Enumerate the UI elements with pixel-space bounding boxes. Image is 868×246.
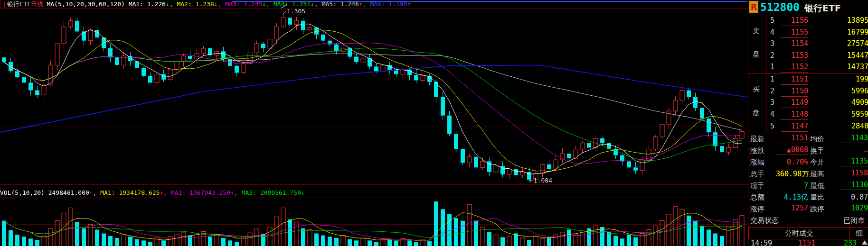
buy-1-price[interactable]: 1151: [781, 74, 808, 85]
limit-down-label: 跌停: [810, 203, 824, 215]
high-price-annotation: 1.305: [287, 8, 305, 15]
high-label: 最高: [810, 168, 824, 180]
stat-row-latest: 最新 1151 均价 1143: [748, 133, 868, 145]
volume-ratio-label: 量比: [810, 191, 824, 203]
sell-3-price[interactable]: 1154: [781, 39, 808, 49]
period-label[interactable]: 日线: [31, 0, 43, 8]
buy-1-level: 1: [770, 73, 774, 85]
buy-4-qty: 5959: [826, 109, 868, 120]
buy-row-1: 1 1151 199: [766, 73, 868, 85]
buy-4-price[interactable]: 1148: [781, 109, 808, 120]
quote-panel-title: R 512800 银行ETF: [748, 0, 868, 15]
last-trade-row: 14:59 1151 233: [748, 239, 868, 246]
current-volume-value: 7: [776, 180, 808, 191]
buy-2-qty: 5996: [826, 85, 868, 97]
buy-1-qty: 199: [826, 73, 868, 85]
vol-ma2-value: , MA2: 1967943.250: [163, 189, 230, 196]
chart-region: 银行ETF日线 MA(5,10,20,30,60,120) MA1: 1.226…: [0, 0, 748, 246]
buy-3-level: 3: [770, 97, 774, 108]
ma5-up-arrow-icon: ↑: [359, 0, 363, 8]
sell-side-label2: 盘: [753, 50, 762, 59]
vol-ma2-up-arrow-icon: ↑: [230, 189, 234, 196]
limit-up-value: 1257: [776, 203, 808, 213]
trade-price: 1151: [798, 239, 815, 246]
turnover-value: —: [839, 145, 868, 156]
sell-row-4: 4 1155 16799: [766, 27, 868, 38]
sell-4-level: 4: [770, 27, 774, 38]
stat-row-limits: 涨停 1257 跌停 1029: [748, 203, 868, 215]
detail-toggle-button[interactable]: 细: [849, 227, 868, 239]
stat-row-total-amount: 总额 4.13亿 量比 0.87: [748, 191, 868, 203]
buy-5-level: 5: [770, 120, 774, 132]
buy-row-2: 2 1150 5996: [766, 85, 868, 97]
instrument-name: 银行ETF: [7, 0, 31, 8]
sell-row-3: 3 1154 27574: [766, 38, 868, 49]
stat-row-total-volume: 总手 360.98万 最高 1158: [748, 168, 868, 180]
buy-3-qty: 4909: [826, 97, 868, 108]
stock-name[interactable]: 银行ETF: [804, 2, 841, 15]
limit-down-value: 1029: [839, 203, 868, 213]
ma2-value: , MA2: 1.238: [170, 0, 214, 8]
scroll-up-icon[interactable]: [862, 240, 868, 245]
buy-side-label2: 盘: [753, 109, 762, 118]
trade-time: 14:59: [751, 239, 772, 246]
ma6-up-arrow-icon: ↑: [407, 0, 411, 8]
tab-time-sales[interactable]: 分时成交: [748, 227, 850, 239]
low-label: 最低: [810, 180, 824, 191]
ma1-value: MA1: 1.226: [129, 0, 166, 8]
buy-row-4: 4 1148 5959: [766, 109, 868, 120]
stock-code[interactable]: 512800: [760, 1, 800, 13]
main-chart-canvas[interactable]: [0, 9, 748, 186]
buy-4-level: 4: [770, 109, 774, 120]
stat-row-change: 涨跌 ▲0008 换手 —: [748, 145, 868, 156]
trading-terminal: 银行ETF日线 MA(5,10,20,30,60,120) MA1: 1.226…: [0, 0, 868, 246]
buy-2-level: 2: [770, 85, 774, 97]
sell-row-1: 1 1152 14737: [766, 61, 868, 73]
trading-status-value: 已闭市: [843, 215, 865, 227]
buy-3-price[interactable]: 1149: [781, 98, 808, 108]
open-value: 1135: [839, 156, 868, 166]
ma4-value: , MA4: 1.251: [266, 0, 311, 8]
total-amount-label: 总额: [750, 191, 764, 203]
latest-value: 1151: [776, 133, 808, 143]
total-volume-value: 360.98万: [776, 168, 808, 180]
sell-5-price[interactable]: 1156: [781, 16, 808, 26]
trading-status-label: 交易状态: [750, 215, 779, 227]
ma2-down-arrow-icon: ↓: [214, 0, 218, 8]
vol-up-arrow-icon: ↑: [89, 189, 93, 196]
change-label: 涨跌: [750, 145, 764, 156]
buy-row-5: 5 1147 2840: [766, 120, 868, 132]
vol-ma3-down-arrow-icon: ↓: [301, 189, 305, 196]
volume-chart-canvas[interactable]: [0, 198, 748, 246]
sell-2-price[interactable]: 1153: [781, 51, 808, 61]
sell-1-price[interactable]: 1152: [781, 62, 808, 73]
ma-set-label: MA(5,10,20,30,60,120): [43, 0, 129, 8]
r-badge-icon: R: [749, 1, 758, 13]
vol-label: VOL(5,10,20): [0, 189, 48, 196]
total-volume-label: 总手: [750, 168, 764, 180]
buy-2-price[interactable]: 1150: [781, 86, 808, 97]
sell-1-qty: 14737: [826, 61, 868, 73]
latest-label: 最新: [750, 133, 764, 145]
ma4-down-arrow-icon: ↓: [311, 0, 314, 8]
buy-side-label: 买: [753, 85, 762, 94]
change-value: ▲0008: [776, 145, 808, 155]
high-value: 1158: [839, 168, 868, 178]
ma5-value: , MA5: 1.246: [314, 0, 359, 8]
volume-header: VOL(5,10,20) 2498461.000↑, MA1: 1934178.…: [0, 188, 748, 198]
buy-5-price[interactable]: 1147: [781, 121, 808, 132]
stat-row-current-volume: 现手 7 最低 1130: [748, 180, 868, 191]
stat-row-change-pct: 涨幅 0.70% 今开 1135: [748, 156, 868, 168]
sell-4-price[interactable]: 1155: [781, 27, 808, 38]
vol-ma1-value: , MA1: 1934178.625: [93, 189, 160, 196]
sell-1-level: 1: [770, 61, 774, 73]
buy-5-qty: 2840: [826, 120, 868, 132]
sell-5-level: 5: [770, 15, 774, 26]
quote-panel: R 512800 银行ETF 卖 盘 买 盘 5 1156 13895 4 11…: [748, 0, 868, 246]
open-label: 今开: [810, 156, 824, 168]
sell-5-qty: 13895: [826, 15, 868, 26]
chart-header: 银行ETF日线 MA(5,10,20,30,60,120) MA1: 1.226…: [0, 0, 748, 9]
sell-2-level: 2: [770, 50, 774, 61]
sell-3-level: 3: [770, 38, 774, 49]
avg-price-label: 均价: [810, 133, 824, 145]
